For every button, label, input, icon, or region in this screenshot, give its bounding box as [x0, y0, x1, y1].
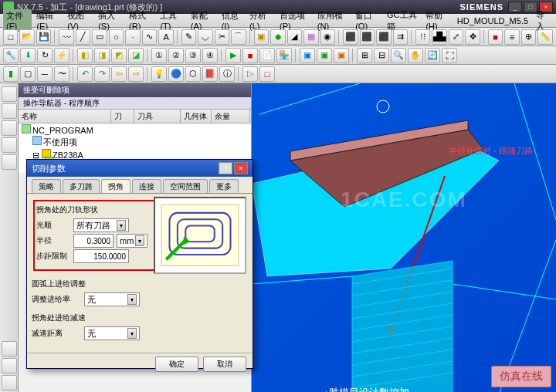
menu-file[interactable]: 文件(F) [3, 9, 32, 32]
web-icon[interactable] [2, 375, 17, 390]
play-icon[interactable]: ▷ [242, 66, 258, 82]
ok-button[interactable]: 确定 [155, 357, 198, 372]
box3-icon[interactable]: ▣ [334, 48, 349, 63]
op3-icon[interactable]: ③ [185, 48, 201, 63]
menu-format[interactable]: 格式(R) [126, 9, 155, 32]
step-limit-input[interactable] [73, 249, 129, 263]
smooth-select[interactable]: 所有刀路▼ [73, 218, 129, 232]
radius-input[interactable] [73, 234, 114, 248]
color-icon[interactable]: ■ [488, 29, 503, 45]
slowdown-dist-select[interactable]: 无▼ [84, 326, 140, 340]
line-icon[interactable]: ╱ [76, 29, 90, 45]
menu-analysis[interactable]: 分析(L) [246, 9, 275, 32]
chamfer-icon[interactable]: ◢ [287, 29, 302, 45]
tab-strategy[interactable]: 策略 [32, 179, 61, 193]
nav-operation-icon[interactable] [2, 86, 17, 102]
redo-icon[interactable]: ↷ [94, 66, 110, 82]
menu-assemblies[interactable]: 装配(A) [188, 9, 217, 32]
wire-icon[interactable]: ⚡ [54, 48, 70, 63]
pattern-icon[interactable]: ⁝⁝ [415, 29, 430, 45]
sel-body-icon[interactable]: ▮ [3, 66, 19, 82]
arc-icon[interactable]: ◡ [198, 29, 212, 45]
fillet-icon[interactable]: ⌒ [231, 29, 246, 45]
move-icon[interactable]: ✥ [465, 29, 480, 45]
op4-icon[interactable]: ④ [202, 48, 218, 63]
offset-icon[interactable]: ⇉ [393, 29, 408, 45]
tab-more[interactable]: 更多 [209, 179, 239, 193]
layer-icon[interactable]: ≡ [504, 29, 519, 45]
adjust-feed-select[interactable]: 无▼ [84, 292, 140, 306]
undo-icon[interactable]: ↶ [77, 66, 93, 82]
back-icon[interactable]: ⇦ [111, 66, 127, 82]
info-icon[interactable]: ⓘ [219, 66, 235, 82]
scale-icon[interactable]: ⤢ [449, 29, 463, 45]
cube2-icon[interactable]: ◨ [94, 48, 110, 63]
turn-icon[interactable]: ↻ [37, 48, 53, 63]
pan-icon[interactable]: ✋ [408, 48, 423, 63]
verify-icon[interactable]: ■ [242, 48, 258, 63]
sel-edge-icon[interactable]: ─ [37, 66, 53, 82]
menu-prefs[interactable]: 首选项(P) [276, 9, 313, 32]
circle-icon[interactable]: ○ [109, 29, 124, 45]
menu-view[interactable]: 视图(V) [64, 9, 93, 32]
curve-icon[interactable]: 〰 [59, 29, 73, 45]
minimize-button[interactable]: _ [508, 2, 522, 12]
trim-icon[interactable]: ✂ [215, 29, 229, 45]
shade-icon[interactable]: 🔵 [168, 66, 184, 82]
tab-multipass[interactable]: 多刀路 [63, 179, 100, 193]
col-name[interactable]: 名称 [19, 110, 111, 123]
box1-icon[interactable]: ▣ [300, 48, 315, 63]
save-icon[interactable]: 💾 [36, 29, 51, 45]
col-tool[interactable]: 刀具 [134, 110, 181, 123]
rotate-icon[interactable]: 🔄 [425, 48, 440, 63]
shell-icon[interactable]: ▦ [303, 29, 318, 45]
hole-icon[interactable]: ◉ [320, 29, 335, 45]
mirror-icon[interactable]: ▟▙ [432, 29, 446, 45]
split-icon[interactable]: ⊟ [374, 48, 389, 63]
grid-icon[interactable]: ⊞ [357, 48, 372, 63]
op1-icon[interactable]: ① [151, 48, 167, 63]
menu-window[interactable]: 窗口(O) [352, 9, 382, 32]
col-path[interactable]: 刀 [111, 110, 134, 123]
nav-geometry-icon[interactable] [2, 120, 17, 136]
wcs-icon[interactable]: ⊕ [521, 29, 536, 45]
radius-unit-select[interactable]: mm▼ [117, 234, 147, 248]
dialog-titlebar[interactable]: 切削参数 ? × [27, 160, 253, 177]
dialog-close-icon[interactable]: × [234, 162, 248, 174]
spline-icon[interactable]: ∿ [142, 29, 157, 45]
menu-info[interactable]: 信息(I) [219, 9, 245, 32]
fit-icon[interactable]: ⛶ [442, 48, 457, 63]
subtract-icon[interactable]: ⬛ [360, 29, 375, 45]
cube1-icon[interactable]: ◧ [77, 48, 93, 63]
sketch-icon[interactable]: ✎ [181, 29, 196, 45]
op2-icon[interactable]: ② [168, 48, 184, 63]
post-icon[interactable]: 📄 [259, 48, 275, 63]
fwd-icon[interactable]: ⇨ [128, 66, 144, 82]
menu-hdmould[interactable]: HD_MOULD_M5.5 [454, 15, 531, 26]
shop-icon[interactable]: 🏪 [276, 48, 292, 63]
point-icon[interactable]: · [125, 29, 140, 45]
sel-curve-icon[interactable]: 〜 [54, 66, 70, 82]
tab-connect[interactable]: 连接 [132, 179, 161, 193]
extrude-icon[interactable]: ▣ [254, 29, 269, 45]
nav-method-icon[interactable] [2, 154, 17, 170]
mill-icon[interactable]: 🔧 [3, 48, 19, 63]
measure-icon[interactable]: 📏 [537, 29, 552, 45]
lamp-icon[interactable]: 💡 [151, 66, 167, 82]
menu-app[interactable]: 应用模(N) [314, 9, 351, 32]
cube3-icon[interactable]: ◩ [111, 48, 127, 63]
col-geom[interactable]: 几何体 [181, 110, 212, 123]
3d-viewport[interactable]: 半径补偿对 - 跟随刀路 1CAE.COM ↓胜模目设计数控加 仿真在线 www… [252, 83, 556, 392]
nav-machine-icon[interactable] [2, 103, 17, 119]
rect-icon[interactable]: ▭ [92, 29, 107, 45]
text-icon[interactable]: A [158, 29, 173, 45]
wire3d-icon[interactable]: ⬡ [185, 66, 201, 82]
table-row[interactable]: 不使用项 [19, 136, 251, 148]
nav-tool-icon[interactable] [2, 137, 17, 153]
zoom-icon[interactable]: 🔍 [391, 48, 406, 63]
menu-edit[interactable]: 编辑(E) [33, 9, 63, 32]
generate-icon[interactable]: ▶ [225, 48, 241, 63]
tab-containment[interactable]: 空间范围 [163, 179, 208, 193]
menu-insert[interactable]: 插入(S) [95, 9, 124, 32]
intersect-icon[interactable]: ⬛ [376, 29, 391, 45]
